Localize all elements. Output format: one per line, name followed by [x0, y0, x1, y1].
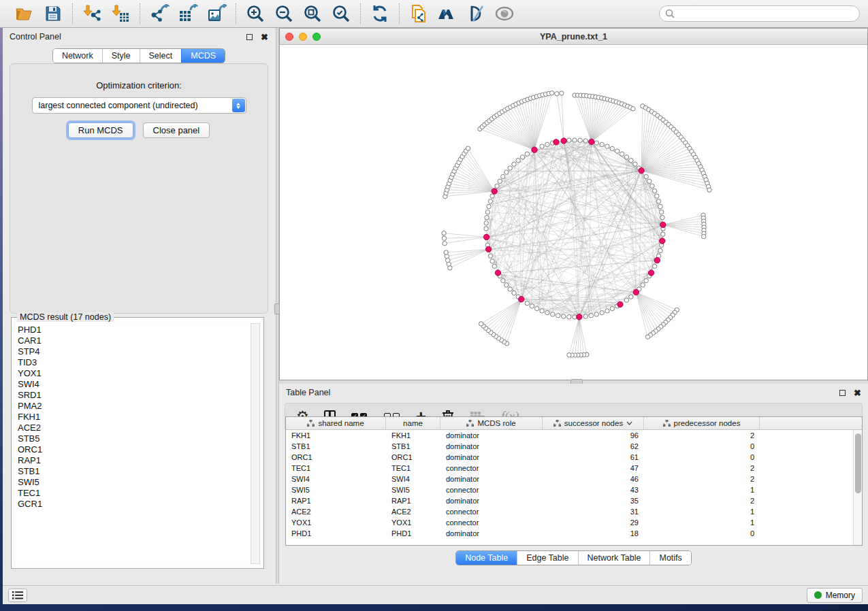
column-header-predecessor-nodes[interactable]: predecessor nodes: [644, 417, 760, 429]
tab-mcds[interactable]: MCDS: [181, 49, 225, 63]
network-node[interactable]: [525, 152, 529, 156]
mcds-hub-node[interactable]: [532, 147, 537, 152]
network-node[interactable]: [504, 283, 509, 287]
network-leaf-node[interactable]: [549, 91, 553, 95]
mcds-hub-node[interactable]: [660, 222, 666, 227]
network-node[interactable]: [534, 306, 539, 310]
network-node[interactable]: [655, 194, 659, 198]
network-node[interactable]: [656, 199, 660, 203]
network-node[interactable]: [487, 204, 491, 208]
network-node[interactable]: [485, 210, 489, 214]
network-node[interactable]: [658, 248, 662, 252]
table-row[interactable]: TEC1TEC1connector472: [286, 463, 853, 474]
clone-network-icon[interactable]: [408, 3, 430, 24]
tab-node-table[interactable]: Node Table: [456, 551, 517, 565]
table-row[interactable]: PHD1PHD1dominator180: [286, 528, 853, 539]
close-table-panel-icon[interactable]: ✖: [854, 390, 861, 396]
mcds-result-item[interactable]: SWI5: [18, 477, 248, 488]
network-node[interactable]: [605, 309, 609, 313]
network-node[interactable]: [629, 159, 633, 163]
network-node[interactable]: [540, 309, 544, 313]
table-row[interactable]: ORC1ORC1dominator610: [286, 452, 853, 463]
mcds-hub-node[interactable]: [519, 297, 524, 302]
table-row[interactable]: SWI5SWI5connector431: [286, 484, 853, 495]
mcds-result-item[interactable]: STB5: [18, 433, 248, 444]
mcds-result-item[interactable]: SRD1: [18, 390, 248, 401]
mcds-hub-node[interactable]: [617, 301, 623, 307]
network-node[interactable]: [624, 298, 628, 302]
mcds-result-item[interactable]: SWI4: [18, 379, 248, 390]
network-leaf-node[interactable]: [567, 353, 571, 357]
zoom-out-icon[interactable]: [273, 3, 295, 24]
network-leaf-node[interactable]: [707, 188, 711, 192]
network-leaf-node[interactable]: [442, 236, 446, 240]
table-row[interactable]: FKH1FKH1dominator962: [286, 430, 853, 441]
table-row[interactable]: STB1STB1dominator620: [286, 441, 853, 452]
zoom-fit-icon[interactable]: [302, 3, 323, 24]
network-node[interactable]: [659, 210, 663, 214]
mcds-result-item[interactable]: STP4: [18, 346, 248, 357]
network-leaf-node[interactable]: [555, 92, 559, 96]
optimization-criterion-select[interactable]: largest connected component (undirected): [32, 97, 246, 114]
export-table-icon[interactable]: [177, 3, 199, 24]
network-node[interactable]: [610, 146, 614, 150]
table-row[interactable]: ACE2ACE2connector311: [286, 506, 853, 517]
save-session-icon[interactable]: [42, 3, 64, 24]
network-node[interactable]: [652, 264, 656, 268]
mcds-result-item[interactable]: STB1: [18, 466, 248, 477]
mcds-result-item[interactable]: TEC1: [18, 488, 248, 499]
mcds-result-item[interactable]: YOX1: [18, 368, 248, 379]
network-node[interactable]: [504, 170, 509, 174]
network-node[interactable]: [589, 313, 593, 317]
network-node[interactable]: [501, 174, 505, 178]
refresh-layout-icon[interactable]: [369, 3, 391, 24]
network-node[interactable]: [550, 312, 554, 316]
network-node[interactable]: [633, 162, 637, 166]
memory-button[interactable]: Memory: [807, 588, 863, 603]
zoom-in-icon[interactable]: [244, 3, 266, 24]
network-window-titlebar[interactable]: YPA_prune.txt_1: [280, 29, 867, 45]
mcds-hub-node[interactable]: [553, 139, 559, 145]
network-node[interactable]: [562, 314, 566, 318]
mcds-hub-node[interactable]: [483, 234, 489, 240]
network-node[interactable]: [540, 144, 544, 148]
run-mcds-button[interactable]: Run MCDS: [68, 122, 133, 138]
tab-select[interactable]: Select: [140, 49, 182, 63]
network-node[interactable]: [516, 159, 520, 163]
mcds-result-item[interactable]: CAR1: [18, 335, 248, 346]
network-node[interactable]: [594, 141, 598, 145]
search-input[interactable]: [679, 9, 854, 18]
network-node[interactable]: [660, 216, 664, 220]
network-node[interactable]: [525, 301, 529, 306]
column-header-shared-name[interactable]: shared name: [286, 417, 386, 429]
table-scrollbar-thumb[interactable]: [855, 433, 861, 493]
network-node[interactable]: [508, 166, 512, 170]
network-node[interactable]: [512, 162, 516, 166]
network-node[interactable]: [520, 155, 524, 159]
network-canvas[interactable]: [280, 45, 867, 380]
network-node[interactable]: [498, 179, 502, 183]
column-header-MCDS-role[interactable]: MCDS role: [440, 417, 543, 429]
column-header-successor-nodes[interactable]: successor nodes: [543, 417, 644, 429]
mcds-hub-node[interactable]: [660, 238, 665, 244]
network-node[interactable]: [661, 232, 665, 236]
mcds-hub-node[interactable]: [639, 168, 644, 174]
table-row[interactable]: RAP1RAP1dominator352: [286, 495, 853, 506]
network-node[interactable]: [583, 314, 588, 318]
task-history-list-icon[interactable]: [8, 589, 27, 602]
zoom-selected-icon[interactable]: [330, 3, 352, 24]
hide-details-icon[interactable]: [465, 3, 487, 24]
mcds-hub-node[interactable]: [633, 289, 639, 295]
network-node[interactable]: [652, 188, 656, 193]
table-scrollbar[interactable]: [853, 430, 862, 545]
network-node[interactable]: [644, 278, 648, 282]
network-node[interactable]: [567, 315, 571, 319]
network-node[interactable]: [545, 142, 549, 146]
network-node[interactable]: [615, 149, 619, 153]
network-leaf-node[interactable]: [631, 107, 635, 111]
table-row[interactable]: SWI4SWI4dominator462: [286, 474, 853, 484]
network-leaf-node[interactable]: [560, 91, 564, 95]
mcds-result-scrollbar[interactable]: [251, 323, 260, 564]
close-panel-icon[interactable]: ✖: [261, 34, 268, 40]
tab-edge-table[interactable]: Edge Table: [517, 551, 577, 565]
